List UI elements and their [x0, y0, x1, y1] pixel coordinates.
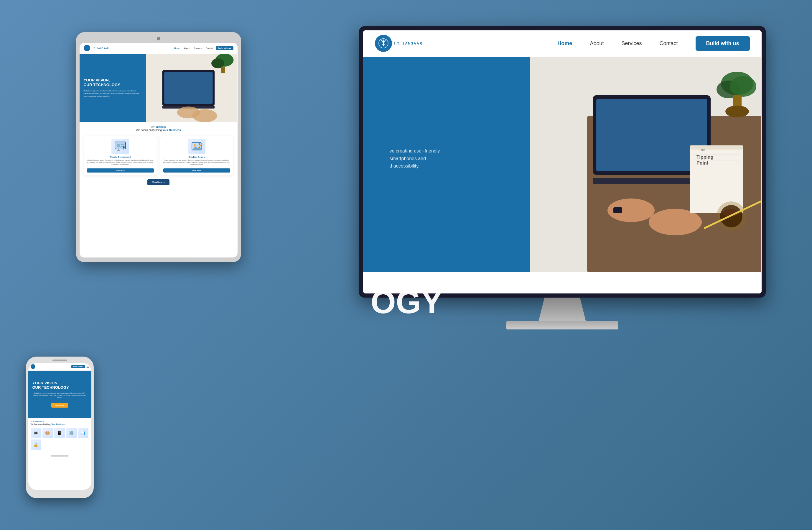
tablet-hero: YOUR VISION,OUR TECHNOLOGY Website desig…	[79, 54, 237, 122]
nav-contact[interactable]: Contact	[659, 40, 678, 46]
tablet-web-icon	[112, 139, 129, 154]
svg-rect-37	[221, 66, 225, 73]
tablet-logo-icon	[84, 45, 90, 51]
tablet-service-card-web: Website Development Website Development …	[84, 136, 157, 176]
svg-rect-41	[121, 144, 125, 145]
phone-icon-settings: ⚙️	[66, 428, 77, 438]
tablet-graphics-card-title: Graphics Design	[163, 156, 230, 158]
svg-rect-11	[613, 207, 622, 213]
phone-icon-web: 💻	[31, 428, 41, 438]
tablet-service-card-graphics: Graphics Design Graphics designing is a …	[160, 136, 233, 176]
tablet-device: I.T. SANSAAR Home About Services Contact…	[76, 32, 241, 262]
phone-icon-mobile: 📱	[54, 428, 65, 438]
monitor-base	[506, 321, 618, 330]
hamburger-icon[interactable]: ☰	[86, 365, 89, 368]
tablet-nav-links: Home About Services Contact	[174, 47, 213, 49]
tablet-frame: I.T. SANSAAR Home About Services Contact…	[76, 32, 241, 262]
svg-text:Tipping: Tipping	[696, 155, 713, 159]
logo-icon	[375, 35, 392, 52]
phone-services: OUR SERVICES We Focus on Building Your B…	[28, 418, 91, 453]
desktop-navbar: I.T. SANSAAR Home About Services Contact…	[363, 30, 762, 57]
phone-hero-title: YOUR VISION,OUR TECHNOLOGY	[32, 381, 87, 390]
desktop-hero: OGY ve creating user-friendly smartphone…	[363, 57, 762, 272]
phone-device: Build with us ☰ YOUR VISION,OUR TECHNOLO…	[26, 357, 94, 498]
desktop-hero-subtitle: ve creating user-friendly smartphones an…	[378, 147, 513, 182]
phone-hero: YOUR VISION,OUR TECHNOLOGY Embark on a j…	[28, 371, 91, 418]
svg-text:The: The	[699, 148, 705, 152]
nav-home[interactable]: Home	[557, 40, 572, 46]
tablet-view-more-outer: View More ➜	[84, 179, 233, 185]
phone-home-indicator	[51, 455, 69, 457]
phone-frame: Build with us ☰ YOUR VISION,OUR TECHNOLO…	[26, 357, 94, 498]
tablet-nav-services[interactable]: Services	[194, 47, 202, 49]
desktop-hero-right: The Tipping Point	[530, 57, 761, 272]
phone-services-label: OUR SERVICES	[31, 421, 89, 423]
svg-point-27	[725, 106, 749, 117]
tablet-services-label: OUR SERVICES	[84, 126, 233, 128]
tablet-web-card-title: Website Development	[87, 156, 154, 158]
desktop-hero-left: OGY ve creating user-friendly smartphone…	[363, 57, 531, 272]
tablet-graphics-icon	[188, 139, 205, 154]
svg-point-45	[123, 146, 125, 148]
tablet-hero-desc: Website design and development involve c…	[84, 90, 142, 98]
tablet-services-heading: We Focus on Building Your Business	[84, 129, 233, 131]
svg-point-34	[192, 109, 217, 122]
svg-rect-40	[117, 144, 120, 147]
tablet-nav-about[interactable]: About	[184, 47, 189, 49]
desktop-nav-links: Home About Services Contact	[557, 40, 678, 46]
tablet-web-card-desc: Website Development is the process of bu…	[87, 159, 154, 166]
tablet-logo-text: I.T. SANSAAR	[92, 47, 109, 49]
svg-point-1	[382, 40, 385, 43]
phone-build-btn[interactable]: Build with us	[71, 365, 85, 368]
svg-point-50	[194, 144, 196, 147]
monitor-stand	[533, 297, 592, 321]
tablet-nav-contact[interactable]: Contact	[206, 47, 213, 49]
nav-about[interactable]: About	[590, 40, 604, 46]
tablet-view-more-btn[interactable]: View More ➜	[147, 179, 169, 185]
phone-hero-desc: Embark on a journey of innovation and tr…	[32, 392, 87, 399]
phone-speaker	[53, 360, 67, 361]
tablet-screen: I.T. SANSAAR Home About Services Contact…	[79, 43, 237, 257]
desk-illustration: The Tipping Point	[530, 57, 761, 272]
tablet-web-view-more[interactable]: View More	[87, 168, 154, 172]
phone-navbar: Build with us ☰	[28, 363, 91, 371]
tablet-graphics-card-desc: Graphics designing is a creative discipl…	[163, 159, 230, 166]
tablet-nav-home[interactable]: Home	[174, 47, 180, 49]
phone-logo-icon	[31, 364, 35, 369]
phone-services-heading: We Focus on Building Your Business	[31, 423, 89, 425]
svg-rect-13	[690, 145, 743, 150]
desktop-hero-ogy: OGY	[363, 286, 443, 293]
tablet-hero-right	[146, 54, 237, 122]
phone-screen: Build with us ☰ YOUR VISION,OUR TECHNOLO…	[28, 363, 91, 490]
monitor-frame: I.T. SANSAAR Home About Services Contact…	[359, 26, 766, 297]
logo-text: I.T. SANSAAR	[394, 42, 423, 45]
tablet-hero-title: YOUR VISION,OUR TECHNOLOGY	[84, 78, 142, 87]
tablet-build-btn[interactable]: Build with us	[216, 46, 233, 50]
phone-home-area	[28, 453, 91, 459]
monitor-screen: I.T. SANSAAR Home About Services Contact…	[363, 30, 762, 293]
tablet-hero-image	[146, 54, 237, 122]
tablet-service-cards: Website Development Website Development …	[84, 136, 233, 176]
phone-service-icons: 💻 🎨 📱 ⚙️ 📊 🔒	[31, 428, 89, 450]
desktop-build-btn[interactable]: Build with us	[696, 36, 750, 51]
svg-point-25	[730, 76, 756, 97]
nav-services[interactable]: Services	[621, 40, 642, 46]
svg-point-52	[199, 143, 200, 145]
tablet-navbar: I.T. SANSAAR Home About Services Contact…	[79, 43, 237, 54]
tablet-graphics-view-more[interactable]: View More	[163, 168, 230, 172]
svg-text:Point: Point	[696, 161, 709, 166]
desktop-monitor: I.T. SANSAAR Home About Services Contact…	[359, 26, 766, 336]
phone-get-started-btn[interactable]: Get Started	[51, 403, 68, 408]
phone-icon-security: 🔒	[31, 440, 41, 450]
tablet-camera	[157, 37, 160, 40]
tablet-services: OUR SERVICES We Focus on Building Your B…	[79, 122, 237, 189]
phone-icon-design: 🎨	[42, 428, 53, 438]
tablet-hero-left: YOUR VISION,OUR TECHNOLOGY Website desig…	[79, 54, 146, 122]
desktop-logo: I.T. SANSAAR	[375, 35, 423, 52]
svg-rect-31	[164, 72, 213, 104]
phone-icon-analytics: 📊	[78, 428, 88, 438]
